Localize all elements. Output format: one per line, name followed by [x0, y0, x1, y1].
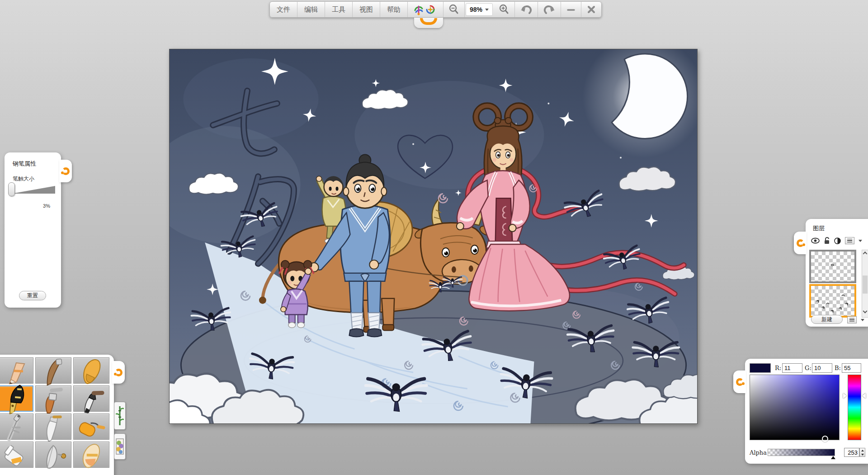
hue-marker-left-icon[interactable]: [843, 393, 847, 399]
paint-roller-icon: [73, 409, 109, 443]
brush-size-track[interactable]: [12, 186, 55, 194]
layers-panel: 图层: [806, 219, 868, 327]
zoom-level-field[interactable]: 98%: [466, 3, 493, 16]
airbrush-icon: [0, 409, 33, 443]
pencil-icon: [0, 353, 33, 387]
new-layer-button[interactable]: 新建: [811, 315, 843, 324]
zoom-level-value: 98%: [470, 6, 482, 13]
zoom-out-icon: [448, 4, 460, 15]
spinner-down-icon[interactable]: [861, 454, 864, 456]
chevron-down-icon[interactable]: [859, 240, 862, 242]
minimize-button[interactable]: [561, 2, 581, 17]
blend-icon[interactable]: [834, 238, 841, 244]
layer-menu-button[interactable]: [845, 237, 854, 244]
alpha-slider[interactable]: [768, 449, 835, 456]
green-label: G:: [805, 365, 811, 371]
tool-crayon[interactable]: [73, 357, 109, 384]
toolbar-grab-tab[interactable]: [414, 18, 443, 28]
color-cursor[interactable]: [822, 436, 828, 442]
layer-options-button[interactable]: [847, 316, 857, 323]
ink-brush-icon: [73, 381, 109, 415]
red-field[interactable]: [782, 363, 802, 373]
layer-list: [809, 250, 857, 318]
tool-paint-tube[interactable]: [0, 442, 33, 468]
tool-palette-grab-tab[interactable]: [112, 361, 125, 384]
blue-label: B:: [835, 365, 841, 371]
texture-stamp-icon: [116, 436, 124, 457]
orange-handle-icon: [736, 378, 744, 386]
brush-size-slider-thumb[interactable]: [8, 182, 15, 196]
reset-button[interactable]: 重置: [19, 291, 46, 300]
alpha-marker-icon[interactable]: [831, 456, 835, 459]
layer-1-preview: [811, 252, 854, 281]
undo-icon: [519, 4, 533, 15]
green-field[interactable]: [812, 363, 832, 373]
tool-paint-roller[interactable]: [73, 413, 109, 440]
alpha-spinner[interactable]: [859, 448, 865, 457]
application-window: 文件 编辑 工具 视图 帮助: [0, 0, 868, 475]
tool-pencil[interactable]: [0, 357, 33, 384]
orange-handle-icon: [420, 18, 437, 25]
special-tools-button[interactable]: [408, 2, 443, 17]
spinner-up-icon[interactable]: [861, 450, 864, 451]
eraser-icon: [73, 437, 109, 471]
pen-panel-grab-tab[interactable]: [59, 160, 72, 182]
palette-knife-icon: [35, 409, 71, 443]
layers-panel-grab-tab[interactable]: [794, 232, 807, 254]
layer-scrollbar[interactable]: [862, 250, 868, 318]
tool-airbrush[interactable]: [0, 413, 33, 440]
undo-button[interactable]: [515, 2, 538, 17]
close-icon: [586, 4, 597, 15]
eye-icon[interactable]: [811, 238, 820, 244]
red-label: R:: [775, 365, 781, 371]
pen-properties-panel: 钢笔属性 笔触大小 3% 重置: [5, 152, 61, 308]
alpha-label: Alpha: [750, 449, 767, 456]
menu-help[interactable]: 帮助: [380, 2, 408, 17]
tool-fountain-pen[interactable]: [0, 385, 33, 412]
alpha-field[interactable]: [844, 448, 859, 457]
zoom-out-button[interactable]: [443, 2, 465, 17]
color-tools-icon: [412, 3, 439, 16]
orange-handle-icon: [797, 239, 804, 247]
drawing-canvas[interactable]: 七夕: [169, 49, 698, 424]
menu-view[interactable]: 视图: [353, 2, 380, 17]
lock-open-icon[interactable]: [824, 237, 830, 244]
brush-size-value: 3%: [43, 203, 50, 209]
tool-ink-brush[interactable]: [73, 385, 109, 412]
zoom-in-icon: [498, 4, 510, 15]
tool-wood-pen[interactable]: [35, 357, 71, 384]
zoom-in-button[interactable]: [494, 2, 515, 17]
orange-handle-icon: [62, 167, 70, 175]
tool-palette-knife[interactable]: [35, 413, 71, 440]
blade-icon: [35, 437, 71, 471]
menu-file[interactable]: 文件: [270, 2, 297, 17]
layer-item-2[interactable]: [809, 284, 856, 318]
layer-scrollbar-thumb[interactable]: [863, 276, 868, 294]
close-button[interactable]: [581, 2, 601, 17]
color-panel-grab-tab[interactable]: [733, 370, 746, 393]
tool-eraser[interactable]: [73, 442, 109, 468]
texture-stamp-button[interactable]: [114, 433, 126, 460]
menu-edit[interactable]: 编辑: [297, 2, 325, 17]
hue-marker-right-icon[interactable]: [862, 393, 866, 399]
chevron-down-icon[interactable]: [861, 319, 864, 321]
hue-slider[interactable]: [848, 375, 861, 440]
qixi-illustration: [170, 49, 697, 423]
tool-blade[interactable]: [35, 442, 71, 468]
blue-field[interactable]: [842, 363, 861, 373]
menu-tools[interactable]: 工具: [325, 2, 353, 17]
main-toolbar: 文件 编辑 工具 视图 帮助: [269, 1, 602, 18]
crayon-icon: [73, 353, 109, 387]
scroll-down-icon[interactable]: [863, 309, 868, 314]
layer-item-1[interactable]: [809, 250, 856, 283]
layer-2-preview: [811, 286, 854, 316]
current-color-swatch: [750, 363, 771, 373]
redo-button[interactable]: [538, 2, 561, 17]
pen-panel-title: 钢笔属性: [13, 160, 36, 168]
tool-flat-brush[interactable]: [35, 385, 71, 412]
bamboo-brush-button[interactable]: [114, 402, 126, 430]
saturation-value-picker[interactable]: [750, 375, 840, 440]
tool-palette-panel: [0, 355, 114, 475]
layers-panel-title: 图层: [813, 224, 825, 233]
scroll-up-icon[interactable]: [863, 252, 868, 256]
